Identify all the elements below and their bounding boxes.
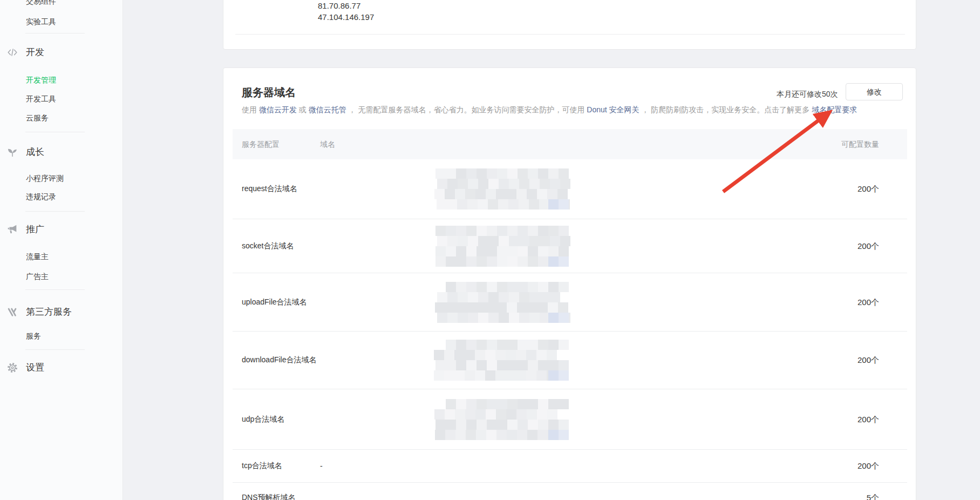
- sidebar-item-trade-components[interactable]: 交易组件: [26, 0, 56, 6]
- table-header: 服务器配置 域名 可配置数量: [233, 129, 907, 159]
- modify-button[interactable]: 修改: [846, 83, 903, 100]
- wechat-miniprogram-console: 交易组件实验工具开发开发管理开发工具云服务成长小程序评测违规记录推广流量主广告主…: [0, 0, 980, 500]
- ip-address: 81.70.86.77: [318, 1, 360, 11]
- table-row: udp合法域名200个: [233, 389, 907, 450]
- description-link[interactable]: 微信云托管: [309, 105, 346, 114]
- sidebar-section-label: 第三方服务: [26, 305, 72, 319]
- table-row: socket合法域名200个: [233, 219, 907, 273]
- description-link[interactable]: 域名配置要求: [812, 105, 857, 114]
- sidebar-section-label: 成长: [26, 145, 44, 159]
- row-quota-value: 200个: [858, 461, 879, 471]
- redacted-domain-mosaic: [435, 340, 571, 381]
- sidebar-item-lab-tools[interactable]: 实验工具: [26, 16, 56, 27]
- sidebar-divider: [25, 211, 85, 212]
- sidebar-divider: [25, 33, 85, 33]
- sidebar: 交易组件实验工具开发开发管理开发工具云服务成长小程序评测违规记录推广流量主广告主…: [0, 0, 123, 500]
- description-text: 使用: [242, 105, 259, 114]
- column-header-domain: 域名: [320, 139, 335, 150]
- sidebar-divider: [25, 349, 85, 350]
- sidebar-section-promotion[interactable]: 推广: [0, 222, 123, 237]
- sidebar-item-dev-tools[interactable]: 开发工具: [26, 93, 56, 104]
- redacted-domain-mosaic: [435, 282, 571, 323]
- sidebar-divider: [25, 289, 85, 290]
- sidebar-section-label: 开发: [26, 45, 44, 59]
- row-quota-value: 200个: [858, 241, 879, 251]
- row-domain-value: -: [320, 462, 323, 470]
- table-row: tcp合法域名-200个: [233, 450, 907, 483]
- table-row: downloadFile合法域名200个: [233, 332, 907, 389]
- description-link[interactable]: Donut 安全网关: [587, 105, 639, 114]
- sidebar-item-dev-management[interactable]: 开发管理: [26, 75, 56, 85]
- sidebar-item-traffic-master[interactable]: 流量主: [26, 251, 49, 262]
- gear-icon: [6, 362, 18, 374]
- sidebar-section-growth[interactable]: 成长: [0, 145, 123, 159]
- table-body: request合法域名200个socket合法域名200个uploadFile合…: [233, 159, 907, 500]
- sidebar-item-services[interactable]: 服务: [26, 330, 41, 341]
- sidebar-section-label: 推广: [26, 222, 44, 237]
- row-config-label: downloadFile合法域名: [242, 355, 317, 365]
- sidebar-section-settings[interactable]: 设置: [0, 361, 123, 375]
- row-quota-value: 200个: [858, 414, 879, 424]
- row-config-label: socket合法域名: [242, 241, 294, 251]
- card-divider: [235, 34, 905, 35]
- column-header-config: 服务器配置: [242, 139, 280, 150]
- sidebar-section-third-party-services[interactable]: 第三方服务: [0, 305, 123, 319]
- sidebar-item-cloud-services[interactable]: 云服务: [26, 112, 49, 123]
- row-quota-value: 200个: [858, 184, 879, 194]
- ip-address: 47.104.146.197: [318, 12, 374, 23]
- sidebar-item-advertiser[interactable]: 广告主: [26, 271, 49, 282]
- description-text: ， 无需配置服务器域名，省心省力。如业务访问需要安全防护，可使用: [346, 105, 587, 114]
- table-row: request合法域名200个: [233, 159, 907, 219]
- code-icon: [6, 46, 18, 58]
- row-config-label: uploadFile合法域名: [242, 298, 307, 307]
- megaphone-icon: [6, 224, 18, 235]
- monthly-quota-text: 本月还可修改50次: [777, 89, 838, 99]
- row-config-label: udp合法域名: [242, 415, 284, 424]
- column-header-quota: 可配置数量: [841, 139, 879, 150]
- row-config-label: DNS预解析域名: [242, 493, 296, 500]
- sidebar-section-dev[interactable]: 开发: [0, 45, 123, 59]
- panel-description: 使用 微信云开发 或 微信云托管 ， 无需配置服务器域名，省心省力。如业务访问需…: [242, 104, 857, 116]
- redacted-domain-mosaic: [435, 168, 571, 210]
- row-quota-value: 200个: [858, 355, 879, 366]
- row-config-label: request合法域名: [242, 184, 297, 194]
- sidebar-item-violation-records[interactable]: 违规记录: [26, 191, 56, 202]
- sidebar-item-miniprogram-evaluation[interactable]: 小程序评测: [26, 173, 64, 184]
- page-title: 服务器域名: [242, 85, 296, 100]
- description-text: 或: [297, 105, 309, 114]
- row-quota-value: 5个: [867, 492, 879, 500]
- row-config-label: tcp合法域名: [242, 461, 282, 471]
- redacted-domain-mosaic: [435, 399, 571, 440]
- sprout-icon: [6, 146, 18, 158]
- table-row: uploadFile合法域名200个: [233, 273, 907, 332]
- sidebar-section-label: 设置: [26, 361, 44, 375]
- sidebar-divider: [25, 132, 85, 132]
- server-domain-panel: 服务器域名 本月还可修改50次 修改 使用 微信云开发 或 微信云托管 ， 无需…: [223, 67, 916, 500]
- description-text: ， 防爬防刷防攻击，实现业务安全。点击了解更多: [639, 105, 812, 114]
- table-row: DNS预解析域名5个: [233, 483, 907, 500]
- ip-whitelist-card: 81.70.86.7747.104.146.197: [223, 0, 916, 50]
- redacted-domain-mosaic: [435, 226, 571, 267]
- description-link[interactable]: 微信云开发: [259, 105, 297, 114]
- third-party-icon: [6, 306, 18, 318]
- row-quota-value: 200个: [858, 297, 879, 307]
